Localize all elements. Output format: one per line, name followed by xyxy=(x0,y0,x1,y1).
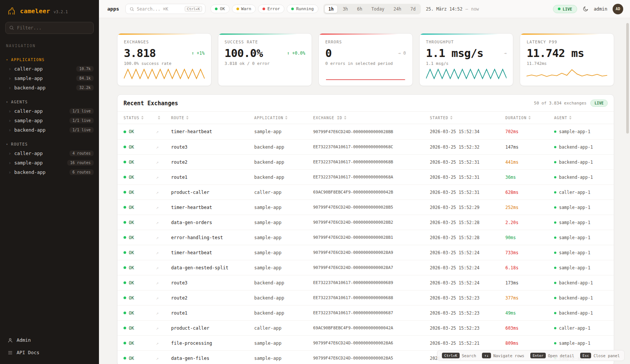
filter-chip-warn[interactable]: Warn xyxy=(232,5,256,13)
filter-chip-ok[interactable]: OK xyxy=(210,5,229,13)
column-header-agent[interactable]: AGENT xyxy=(554,116,608,120)
open-detail-arrow-icon[interactable]: ↗ xyxy=(156,205,171,210)
column-header-duration[interactable]: DURATION xyxy=(505,116,554,120)
sort-icon xyxy=(285,116,287,120)
open-detail-arrow-icon[interactable]: ↗ xyxy=(156,250,171,255)
table-row[interactable]: OK↗timer-heartbeatsample-app90799F47E6CD… xyxy=(117,124,614,139)
table-row[interactable]: OK↗route2backend-appEE7322370A10617-0000… xyxy=(117,290,614,305)
status-cell: OK xyxy=(124,220,156,225)
column-header-started[interactable]: STARTED xyxy=(430,116,505,120)
open-detail-arrow-icon[interactable]: ↗ xyxy=(156,220,171,225)
sidebar-item-admin[interactable]: Admin xyxy=(0,334,99,346)
table-row[interactable]: OK↗route1backend-appEE7322370A10617-0000… xyxy=(117,169,614,184)
open-detail-arrow-icon[interactable]: ↗ xyxy=(156,160,171,165)
application-cell: sample-app xyxy=(254,265,313,270)
table-body: OK↗timer-heartbeatsample-app90799F47E6CD… xyxy=(117,124,614,364)
sidebar-item-caller-app[interactable]: ›caller-app1/1 live xyxy=(0,106,99,116)
range-button-7d[interactable]: 7d xyxy=(406,5,420,13)
open-detail-arrow-icon[interactable]: ↗ xyxy=(156,341,171,346)
column-header-application[interactable]: APPLICATION xyxy=(254,116,313,120)
table-row[interactable]: OK↗route2backend-appEE7322370A10617-0000… xyxy=(117,154,614,169)
sidebar-item-sample-app[interactable]: ›sample-app1/1 live xyxy=(0,116,99,125)
open-detail-arrow-icon[interactable]: ↗ xyxy=(156,356,171,361)
chevron-down-icon: ▾ xyxy=(6,100,8,104)
agent-label: backend-app-1 xyxy=(559,295,593,301)
column-header-link[interactable] xyxy=(156,116,171,120)
agent-cell: caller-app-1 xyxy=(554,326,608,331)
open-detail-arrow-icon[interactable]: ↗ xyxy=(156,144,171,150)
duration-cell: 90ms xyxy=(505,235,554,240)
table-row[interactable]: OK↗file-processingsample-app90799F47E6CD… xyxy=(117,335,614,350)
sidebar-item-backend-app[interactable]: ›backend-app32.2k xyxy=(0,83,99,92)
time-range-display[interactable]: 25. März 14:52 — now xyxy=(426,6,479,12)
application-cell: caller-app xyxy=(254,190,313,195)
open-detail-arrow-icon[interactable]: ↗ xyxy=(156,295,171,301)
table-row[interactable]: OK↗product-callercaller-app69AC90BF8EBC4… xyxy=(117,320,614,335)
open-detail-arrow-icon[interactable]: ↗ xyxy=(156,235,171,240)
kpi-label: LATENCY P99 xyxy=(527,40,607,44)
avatar[interactable]: AD xyxy=(613,4,623,14)
global-search[interactable]: Ctrl+K xyxy=(125,4,205,14)
table-row[interactable]: OK↗route1backend-appEE7322370A10617-0000… xyxy=(117,305,614,320)
filter-chip-running[interactable]: Running xyxy=(287,5,318,13)
sidebar-filter-input[interactable] xyxy=(5,22,94,34)
sidebar-item-backend-app[interactable]: ›backend-app1/1 live xyxy=(0,125,99,135)
agent-dot-icon xyxy=(554,131,556,133)
open-detail-arrow-icon[interactable]: ↗ xyxy=(156,280,171,286)
ok-dot-icon xyxy=(124,131,126,133)
range-button-today[interactable]: Today xyxy=(367,5,389,13)
chevron-right-icon: › xyxy=(8,160,11,165)
table-row[interactable]: OK↗product-callercaller-app69AC90BF8EBC4… xyxy=(117,184,614,200)
hint-label: Open detail xyxy=(548,353,574,358)
table-row[interactable]: OK↗data-gen-nested-splitsample-app90799F… xyxy=(117,260,614,275)
table-row[interactable]: OK↗route3backend-appEE7322370A10617-0000… xyxy=(117,139,614,154)
sidebar-item-caller-app[interactable]: ›caller-app4 routes xyxy=(0,149,99,158)
sidebar-item-caller-app[interactable]: ›caller-app10.7k xyxy=(0,64,99,74)
table-header-right: 50 of 3.834 exchanges LIVE xyxy=(534,100,608,107)
duration-cell: 49ms xyxy=(505,310,554,316)
column-header-route[interactable]: ROUTE xyxy=(171,116,254,120)
range-button-1h[interactable]: 1h xyxy=(324,5,338,13)
live-label: LIVE xyxy=(563,7,572,11)
sidebar-item-api-docs[interactable]: API Docs xyxy=(0,346,99,359)
open-detail-arrow-icon[interactable]: ↗ xyxy=(156,310,171,316)
sidebar-item-backend-app[interactable]: ›backend-app6 routes xyxy=(0,167,99,177)
range-button-3h[interactable]: 3h xyxy=(338,5,352,13)
dark-mode-toggle[interactable] xyxy=(582,6,588,12)
sidebar-item-sample-app[interactable]: ›sample-app16 routes xyxy=(0,158,99,167)
sidebar-section-header[interactable]: ▾AGENTS xyxy=(0,98,99,106)
kpi-card-exchanges: EXCHANGES3.818↑ +1%100.0% success rate xyxy=(117,33,212,86)
open-detail-arrow-icon[interactable]: ↗ xyxy=(156,265,171,270)
sidebar-section-header[interactable]: ▾ROUTES xyxy=(0,140,99,149)
live-badge[interactable]: LIVE xyxy=(553,5,577,13)
exchange-id-cell: EE7322370A10617-000000000000068C xyxy=(313,144,430,149)
open-detail-arrow-icon[interactable]: ↗ xyxy=(156,326,171,331)
column-header-exchange-id[interactable]: EXCHANGE ID xyxy=(313,116,430,120)
open-detail-arrow-icon[interactable]: ↗ xyxy=(156,190,171,195)
table-row[interactable]: OK↗data-gen-orderssample-app90799F47E6CD… xyxy=(117,215,614,230)
range-button-6h[interactable]: 6h xyxy=(353,5,366,13)
filter-chip-error[interactable]: Error xyxy=(258,5,284,13)
open-detail-arrow-icon[interactable]: ↗ xyxy=(156,175,171,180)
sidebar-item-sample-app[interactable]: ›sample-app84.1k xyxy=(0,74,99,83)
table-row[interactable]: OK↗route3backend-appEE7322370A10617-0000… xyxy=(117,275,614,290)
column-header-status[interactable]: STATUS xyxy=(124,116,156,120)
table-row[interactable]: OK↗timer-heartbeatsample-app90799F47E6CD… xyxy=(117,200,614,215)
agent-label: sample-app-1 xyxy=(559,205,590,210)
kpi-delta: → xyxy=(504,51,506,56)
user-name: admin xyxy=(594,6,607,12)
sparkline-empty xyxy=(225,67,306,81)
ok-dot-icon xyxy=(124,176,126,178)
sparkline xyxy=(527,67,607,81)
brand-name: cameleer xyxy=(20,8,50,15)
agent-dot-icon xyxy=(554,161,556,163)
range-button-24h[interactable]: 24h xyxy=(389,5,406,13)
table-row[interactable]: OK↗error-handling-testsample-app90799F47… xyxy=(117,230,614,245)
agent-dot-icon xyxy=(554,342,556,344)
vertical-scrollbar[interactable] xyxy=(626,23,629,134)
sidebar-section-header[interactable]: ▾APPLICATIONS xyxy=(0,55,99,64)
table-row[interactable]: OK↗timer-heartbeatsample-app90799F47E6CD… xyxy=(117,245,614,260)
open-detail-arrow-icon[interactable]: ↗ xyxy=(156,129,171,134)
global-search-input[interactable] xyxy=(137,6,182,12)
sidebar-item-badge: 1/1 live xyxy=(69,118,94,123)
